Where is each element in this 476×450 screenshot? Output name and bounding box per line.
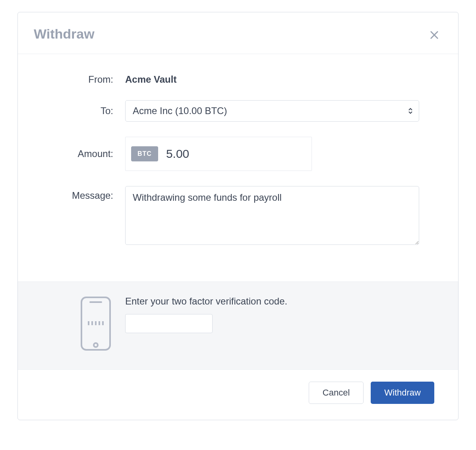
modal-title: Withdraw [34,26,442,42]
from-value: Acme Vault [125,70,434,85]
message-textarea[interactable] [125,186,419,245]
to-row: To: Acme Inc (10.00 BTC) [42,100,434,122]
withdraw-button[interactable]: Withdraw [371,382,434,404]
to-selected-value: Acme Inc (10.00 BTC) [133,105,227,116]
amount-input-group: BTC [125,137,312,171]
from-label: From: [42,70,125,85]
amount-label: Amount: [42,148,125,159]
modal-body: From: Acme Vault To: Acme Inc (10.00 BTC… [18,54,458,281]
twofa-input[interactable] [125,314,213,333]
twofa-section: Enter your two factor verification code. [18,281,458,370]
amount-input[interactable] [166,147,317,161]
modal-header: Withdraw [18,12,458,54]
amount-row: Amount: BTC [42,137,434,171]
modal-footer: Cancel Withdraw [18,370,458,420]
svg-point-4 [94,343,98,347]
message-label: Message: [42,186,125,201]
close-button[interactable] [426,27,442,43]
to-select[interactable]: Acme Inc (10.00 BTC) [125,100,419,122]
withdraw-modal: Withdraw From: Acme Vault To: Acme Inc (… [17,12,459,420]
to-label: To: [42,105,125,116]
phone-icon [78,296,113,351]
twofa-label: Enter your two factor verification code. [125,296,434,307]
from-row: From: Acme Vault [42,70,434,85]
cancel-button[interactable]: Cancel [309,382,364,404]
close-icon [429,29,440,41]
message-row: Message: [42,186,434,246]
currency-badge: BTC [131,146,158,161]
